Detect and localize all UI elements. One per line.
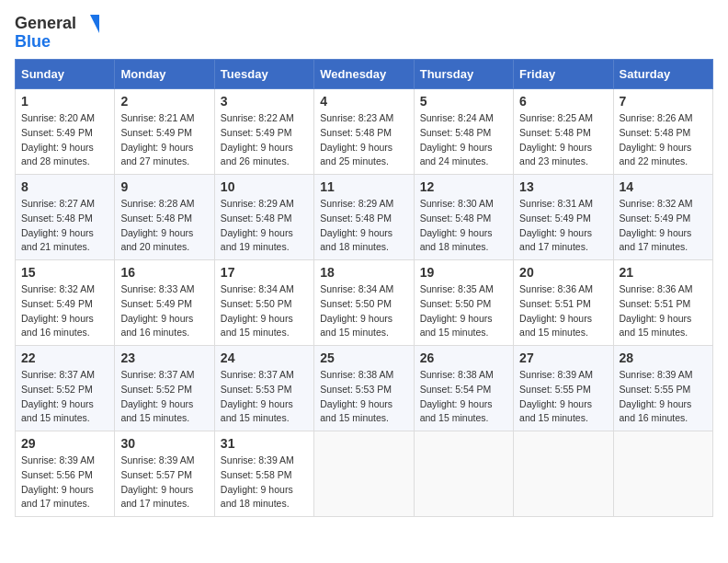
column-header-thursday: Thursday: [414, 60, 513, 89]
day-number: 25: [320, 350, 407, 365]
day-number: 20: [519, 265, 607, 280]
day-number: 29: [21, 436, 108, 451]
day-number: 6: [519, 94, 607, 109]
day-number: 9: [120, 179, 208, 194]
day-number: 21: [620, 265, 707, 280]
day-number: 19: [420, 265, 507, 280]
day-number: 14: [620, 179, 707, 194]
day-number: 3: [221, 94, 308, 109]
day-number: 2: [120, 94, 208, 109]
table-row: 28 Sunrise: 8:39 AM Sunset: 5:55 PM Dayl…: [613, 346, 712, 431]
day-number: 17: [221, 265, 308, 280]
table-row: 27 Sunrise: 8:39 AM Sunset: 5:55 PM Dayl…: [514, 346, 613, 431]
day-info: Sunrise: 8:33 AM Sunset: 5:49 PM Dayligh…: [120, 283, 194, 338]
day-info: Sunrise: 8:32 AM Sunset: 5:49 PM Dayligh…: [620, 198, 693, 252]
day-number: 8: [21, 179, 108, 194]
day-info: Sunrise: 8:39 AM Sunset: 5:58 PM Dayligh…: [221, 454, 294, 509]
logo-block: General Blue: [15, 15, 99, 52]
day-number: 16: [120, 265, 208, 280]
table-row: 22 Sunrise: 8:37 AM Sunset: 5:52 PM Dayl…: [16, 346, 115, 431]
table-row: [414, 431, 513, 517]
day-info: Sunrise: 8:37 AM Sunset: 5:52 PM Dayligh…: [21, 369, 95, 423]
day-info: Sunrise: 8:23 AM Sunset: 5:48 PM Dayligh…: [320, 112, 393, 167]
day-info: Sunrise: 8:34 AM Sunset: 5:50 PM Dayligh…: [221, 283, 294, 338]
day-info: Sunrise: 8:38 AM Sunset: 5:53 PM Dayligh…: [320, 369, 393, 423]
day-info: Sunrise: 8:37 AM Sunset: 5:53 PM Dayligh…: [221, 369, 294, 423]
day-info: Sunrise: 8:29 AM Sunset: 5:48 PM Dayligh…: [221, 198, 294, 252]
day-number: 24: [221, 350, 308, 365]
day-info: Sunrise: 8:29 AM Sunset: 5:48 PM Dayligh…: [320, 198, 393, 252]
table-row: 29 Sunrise: 8:39 AM Sunset: 5:56 PM Dayl…: [16, 431, 115, 517]
day-info: Sunrise: 8:21 AM Sunset: 5:49 PM Dayligh…: [120, 112, 194, 167]
table-row: [314, 431, 414, 517]
day-number: 15: [21, 265, 108, 280]
day-number: 13: [519, 179, 607, 194]
table-row: 25 Sunrise: 8:38 AM Sunset: 5:53 PM Dayl…: [314, 346, 414, 431]
table-row: 24 Sunrise: 8:37 AM Sunset: 5:53 PM Dayl…: [214, 346, 313, 431]
table-row: 18 Sunrise: 8:34 AM Sunset: 5:50 PM Dayl…: [314, 260, 414, 346]
day-info: Sunrise: 8:24 AM Sunset: 5:48 PM Dayligh…: [420, 112, 494, 167]
table-row: 11 Sunrise: 8:29 AM Sunset: 5:48 PM Dayl…: [314, 175, 414, 260]
table-row: 3 Sunrise: 8:22 AM Sunset: 5:49 PM Dayli…: [214, 89, 313, 175]
table-row: 23 Sunrise: 8:37 AM Sunset: 5:52 PM Dayl…: [115, 346, 214, 431]
table-row: 2 Sunrise: 8:21 AM Sunset: 5:49 PM Dayli…: [115, 89, 214, 175]
day-info: Sunrise: 8:20 AM Sunset: 5:49 PM Dayligh…: [21, 112, 95, 167]
header-area: General Blue: [15, 15, 713, 52]
svg-marker-0: [90, 15, 99, 33]
column-header-tuesday: Tuesday: [214, 60, 313, 89]
day-info: Sunrise: 8:31 AM Sunset: 5:49 PM Dayligh…: [519, 198, 593, 252]
day-info: Sunrise: 8:27 AM Sunset: 5:48 PM Dayligh…: [21, 198, 95, 252]
table-row: [514, 431, 613, 517]
table-row: 5 Sunrise: 8:24 AM Sunset: 5:48 PM Dayli…: [414, 89, 513, 175]
table-row: 10 Sunrise: 8:29 AM Sunset: 5:48 PM Dayl…: [214, 175, 313, 260]
day-info: Sunrise: 8:39 AM Sunset: 5:56 PM Dayligh…: [21, 454, 95, 509]
day-info: Sunrise: 8:28 AM Sunset: 5:48 PM Dayligh…: [120, 198, 194, 252]
calendar-table: SundayMondayTuesdayWednesdayThursdayFrid…: [15, 59, 713, 517]
day-info: Sunrise: 8:39 AM Sunset: 5:55 PM Dayligh…: [519, 369, 593, 423]
column-header-wednesday: Wednesday: [314, 60, 414, 89]
day-number: 12: [420, 179, 507, 194]
column-header-saturday: Saturday: [613, 60, 712, 89]
day-info: Sunrise: 8:35 AM Sunset: 5:50 PM Dayligh…: [420, 283, 494, 338]
table-row: 1 Sunrise: 8:20 AM Sunset: 5:49 PM Dayli…: [16, 89, 115, 175]
column-header-monday: Monday: [115, 60, 214, 89]
day-info: Sunrise: 8:22 AM Sunset: 5:49 PM Dayligh…: [221, 112, 294, 167]
column-header-friday: Friday: [514, 60, 613, 89]
table-row: 7 Sunrise: 8:26 AM Sunset: 5:48 PM Dayli…: [613, 89, 712, 175]
day-info: Sunrise: 8:36 AM Sunset: 5:51 PM Dayligh…: [620, 283, 693, 338]
day-number: 26: [420, 350, 507, 365]
day-number: 4: [320, 94, 407, 109]
table-row: 14 Sunrise: 8:32 AM Sunset: 5:49 PM Dayl…: [613, 175, 712, 260]
day-number: 11: [320, 179, 407, 194]
table-row: 16 Sunrise: 8:33 AM Sunset: 5:49 PM Dayl…: [115, 260, 214, 346]
table-row: 6 Sunrise: 8:25 AM Sunset: 5:48 PM Dayli…: [514, 89, 613, 175]
day-info: Sunrise: 8:38 AM Sunset: 5:54 PM Dayligh…: [420, 369, 494, 423]
table-row: 30 Sunrise: 8:39 AM Sunset: 5:57 PM Dayl…: [115, 431, 214, 517]
table-row: 31 Sunrise: 8:39 AM Sunset: 5:58 PM Dayl…: [214, 431, 313, 517]
logo-blue: Blue: [15, 33, 99, 52]
logo: General Blue: [15, 15, 99, 52]
column-header-sunday: Sunday: [16, 60, 115, 89]
logo-general: General: [15, 15, 99, 33]
day-number: 10: [221, 179, 308, 194]
day-number: 30: [120, 436, 208, 451]
day-number: 22: [21, 350, 108, 365]
day-number: 5: [420, 94, 507, 109]
day-number: 27: [519, 350, 607, 365]
day-number: 7: [620, 94, 707, 109]
logo-arrow-icon: [81, 15, 99, 33]
day-number: 23: [120, 350, 208, 365]
table-row: 8 Sunrise: 8:27 AM Sunset: 5:48 PM Dayli…: [16, 175, 115, 260]
table-row: 4 Sunrise: 8:23 AM Sunset: 5:48 PM Dayli…: [314, 89, 414, 175]
day-info: Sunrise: 8:26 AM Sunset: 5:48 PM Dayligh…: [620, 112, 693, 167]
day-info: Sunrise: 8:25 AM Sunset: 5:48 PM Dayligh…: [519, 112, 593, 167]
day-info: Sunrise: 8:36 AM Sunset: 5:51 PM Dayligh…: [519, 283, 593, 338]
table-row: [613, 431, 712, 517]
day-number: 1: [21, 94, 108, 109]
day-info: Sunrise: 8:34 AM Sunset: 5:50 PM Dayligh…: [320, 283, 393, 338]
day-info: Sunrise: 8:30 AM Sunset: 5:48 PM Dayligh…: [420, 198, 494, 252]
table-row: 19 Sunrise: 8:35 AM Sunset: 5:50 PM Dayl…: [414, 260, 513, 346]
day-info: Sunrise: 8:39 AM Sunset: 5:55 PM Dayligh…: [620, 369, 693, 423]
day-info: Sunrise: 8:39 AM Sunset: 5:57 PM Dayligh…: [120, 454, 194, 509]
day-number: 28: [620, 350, 707, 365]
